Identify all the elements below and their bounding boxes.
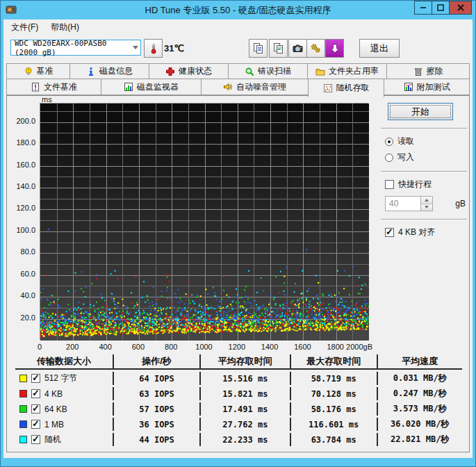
window-title: HD Tune 专业版 5.50 - 硬盘/固态硬盘实用程序	[1, 4, 475, 17]
table-row: ✓ 512 字节 64 IOPS 15.516 ms 58.719 ms 0.0…	[15, 372, 462, 385]
triangle-down-icon	[425, 206, 429, 208]
x-axis-label: 1200	[229, 343, 245, 351]
avg-speed-value: 3.573 MB/秒	[377, 402, 462, 416]
table-row: ✓ 1 MB 36 IOPS 27.762 ms 116.601 ms 36.0…	[15, 418, 462, 431]
y-axis-label: 180.0	[16, 138, 35, 147]
menu-file[interactable]: 文件(F)	[5, 19, 44, 35]
exit-button[interactable]: 退出	[359, 39, 400, 58]
tab-benchmark[interactable]: 基准	[6, 63, 70, 79]
y-axis-label: 140.0	[16, 182, 35, 190]
copy-text-button[interactable]	[249, 39, 268, 58]
read-radio-label: 读取	[397, 136, 414, 147]
title-bar: HD Tune 专业版 5.50 - 硬盘/固态硬盘实用程序	[1, 1, 475, 19]
x-axis-label: 800	[165, 343, 177, 351]
options-button[interactable]	[306, 39, 325, 58]
series-checkbox[interactable]: ✓	[31, 374, 40, 383]
tab-erase[interactable]: 擦除	[386, 63, 470, 79]
tab-label: 附加测试	[417, 81, 450, 93]
column-header: 平均速度	[377, 354, 462, 370]
short-stroke-checkbox[interactable]: ✓	[385, 180, 394, 189]
random-access-panel: ms 20.040.060.080.0100.0120.0140.0160.01…	[6, 95, 470, 452]
series-color-chip	[19, 420, 27, 428]
series-color-chip	[19, 436, 27, 443]
short-stroke-size-row: 40 gB	[385, 196, 467, 211]
spinner-down-button[interactable]	[421, 204, 432, 211]
tab-health[interactable]: 健康状态	[149, 63, 229, 79]
x-axis-label: 1400	[261, 343, 278, 351]
update-button[interactable]	[325, 39, 344, 58]
write-radio-row[interactable]: 写入	[385, 151, 467, 163]
app-window: HD Tune 专业版 5.50 - 硬盘/固态硬盘实用程序 文件(F) 帮助(…	[0, 0, 476, 467]
spinner-up-button[interactable]	[421, 197, 432, 204]
check-mark-icon: ✓	[386, 227, 393, 237]
tab-label: 随机存取	[336, 82, 370, 94]
max-access-value: 63.784 ms	[290, 433, 377, 446]
avg-access-value: 22.233 ms	[199, 433, 290, 446]
table-row: ✓ 随机 44 IOPS 22.233 ms 63.784 ms 22.821 …	[15, 433, 462, 446]
read-radio-row[interactable]: 读取	[385, 136, 467, 147]
align-label: 4 KB 对齐	[398, 227, 435, 238]
client-area: 文件(F) 帮助(H) WDC WD20EARX-00PASB0 (2000 g…	[3, 19, 473, 458]
random-access-scatter-canvas	[40, 104, 369, 341]
tab-label: 磁盘监视器	[137, 81, 179, 93]
menu-bar: 文件(F) 帮助(H)	[3, 19, 473, 35]
avg-access-value: 17.491 ms	[199, 402, 290, 416]
screenshot-button[interactable]	[288, 39, 307, 58]
series-label: 512 字节	[44, 372, 77, 384]
table-row: ✓ 64 KB 57 IOPS 17.491 ms 58.176 ms 3.57…	[15, 402, 462, 416]
series-label: 64 KB	[44, 404, 67, 414]
copy-image-button[interactable]	[269, 39, 288, 58]
tab-random-access[interactable]: 随机存取	[308, 79, 384, 97]
download-arrow-icon	[329, 43, 340, 54]
tab-strip: 基准 磁盘信息 健康状态 错误扫描 文件夹占用率	[6, 63, 470, 95]
maximize-button[interactable]	[432, 1, 450, 15]
table-row: ✓ 4 KB 63 IOPS 15.821 ms 70.128 ms 0.247…	[15, 387, 462, 400]
series-checkbox[interactable]: ✓	[31, 404, 40, 413]
tab-disk-monitor[interactable]: 磁盘监视器	[101, 79, 202, 95]
write-radio[interactable]	[385, 154, 393, 162]
tab-folder-usage[interactable]: 文件夹占用率	[307, 63, 387, 79]
tab-disk-info[interactable]: 磁盘信息	[69, 63, 149, 79]
folder-icon	[315, 67, 325, 76]
close-button[interactable]	[449, 1, 472, 15]
short-stroke-row[interactable]: ✓ 快捷行程	[385, 179, 467, 190]
tab-label: 自动噪音管理	[236, 81, 286, 93]
series-checkbox[interactable]: ✓	[31, 420, 40, 429]
drive-select-value: WDC WD20EARX-00PASB0 (2000 gB)	[15, 39, 133, 57]
short-stroke-size-input[interactable]: 40	[385, 196, 421, 211]
speaker-icon	[223, 82, 233, 92]
start-button[interactable]: 开始	[388, 103, 453, 120]
series-label: 4 KB	[44, 389, 63, 399]
y-axis-label: 100.0	[16, 226, 35, 234]
align-row[interactable]: ✓ 4 KB 对齐	[385, 227, 467, 238]
read-radio[interactable]	[385, 138, 393, 146]
temperature-button[interactable]	[144, 39, 163, 58]
tab-extra-tests[interactable]: 附加测试	[384, 79, 470, 95]
benchmark-icon	[24, 67, 33, 76]
max-access-value: 116.601 ms	[290, 418, 377, 431]
temperature-value: 31℃	[164, 43, 184, 54]
tab-label: 文件基准	[44, 81, 77, 93]
tab-aam[interactable]: 自动噪音管理	[201, 79, 309, 95]
y-axis-label: 80.0	[21, 247, 35, 256]
chevron-down-icon	[133, 46, 138, 49]
copy-text-icon	[252, 42, 264, 54]
tab-file-benchmark[interactable]: 文件基准	[6, 79, 101, 95]
series-checkbox[interactable]: ✓	[31, 389, 40, 398]
x-axis-label: 2000gB	[346, 343, 372, 351]
column-header: 操作/秒	[113, 354, 199, 370]
separator	[381, 128, 467, 129]
avg-speed-value: 22.821 MB/秒	[377, 433, 462, 446]
menu-help[interactable]: 帮助(H)	[44, 19, 85, 35]
file-benchmark-icon	[31, 82, 40, 92]
x-axis-label: 400	[99, 343, 111, 351]
max-access-value: 70.128 ms	[290, 387, 377, 400]
drive-select[interactable]: WDC WD20EARX-00PASB0 (2000 gB)	[10, 40, 141, 56]
align-checkbox[interactable]: ✓	[385, 228, 394, 237]
minimize-button[interactable]	[414, 1, 432, 15]
x-axis-label: 1600	[294, 343, 311, 351]
gears-icon	[310, 42, 322, 54]
y-axis-label: 60.0	[21, 270, 35, 278]
tab-error-scan[interactable]: 错误扫描	[228, 63, 308, 79]
series-checkbox[interactable]: ✓	[31, 435, 40, 444]
